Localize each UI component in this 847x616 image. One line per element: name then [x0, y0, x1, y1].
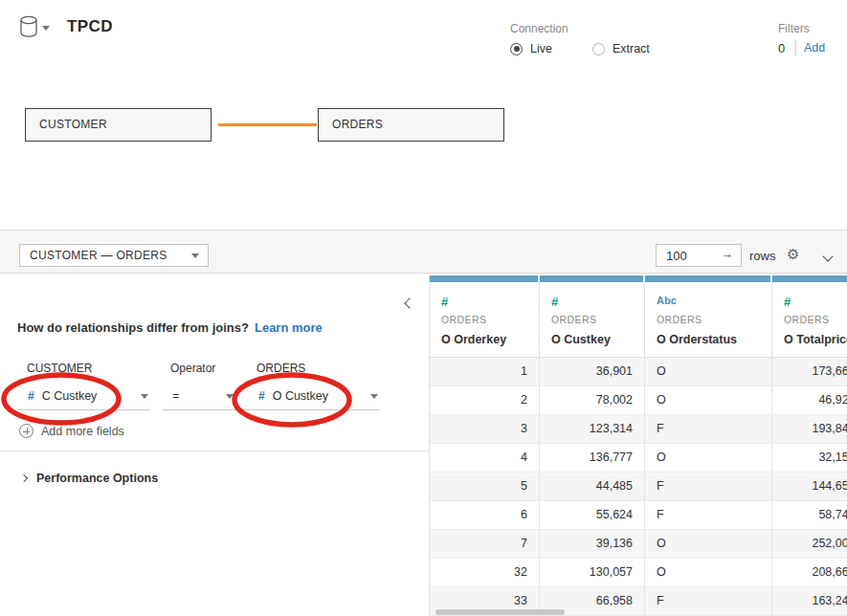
- table-cell[interactable]: 193,846.25: [772, 415, 847, 444]
- table-cell[interactable]: O: [645, 444, 772, 473]
- database-menu-caret-icon[interactable]: [42, 26, 50, 31]
- performance-options-toggle[interactable]: Performance Options: [21, 472, 158, 485]
- table-cell[interactable]: 46,929.18: [772, 386, 847, 415]
- table-cell[interactable]: O: [645, 559, 772, 587]
- table-cell[interactable]: F: [645, 415, 772, 444]
- table-cell[interactable]: O: [645, 530, 772, 559]
- table-row: 136,901O173,665.47: [430, 358, 847, 386]
- live-radio-label[interactable]: Live: [530, 42, 552, 55]
- live-radio[interactable]: [510, 43, 523, 55]
- number-type-icon[interactable]: #: [784, 295, 847, 312]
- performance-options-label: Performance Options: [36, 472, 158, 485]
- grid-column-header[interactable]: #ORDERSO Totalprice: [772, 275, 847, 357]
- column-table-name: ORDERS: [551, 314, 644, 325]
- table-cell[interactable]: 1: [430, 358, 540, 386]
- left-field-dropdown[interactable]: # C Custkey: [18, 383, 150, 410]
- table-cell[interactable]: 32: [430, 559, 540, 587]
- collapse-grid-chevron-icon[interactable]: [824, 247, 832, 264]
- learn-more-link[interactable]: Learn more: [255, 320, 323, 335]
- relationship-selector[interactable]: CUSTOMER — ORDERS: [19, 244, 209, 267]
- datasource-title[interactable]: TPCD: [67, 17, 113, 36]
- table-cell[interactable]: 136,777: [540, 444, 645, 473]
- filters-count: 0: [778, 41, 788, 55]
- table-cell[interactable]: 173,665.47: [772, 358, 847, 386]
- relationship-editor-panel: How do relationships differ from joins?L…: [0, 275, 430, 616]
- collapse-panel-chevron-icon[interactable]: [406, 294, 413, 311]
- canvas-table-customer[interactable]: CUSTOMER: [25, 108, 212, 142]
- table-cell[interactable]: O: [645, 358, 772, 386]
- relationship-fields-row: CUSTOMER # C Custkey Operator = ORDERS: [18, 362, 380, 410]
- table-cell[interactable]: 5: [430, 473, 540, 501]
- table-row: 32130,057O208,660.75: [430, 559, 847, 587]
- grid-column-header[interactable]: AbcORDERSO Orderstatus: [645, 275, 772, 357]
- grid-column-header[interactable]: #ORDERSO Custkey: [540, 275, 645, 357]
- filters-divider: [795, 40, 796, 55]
- canvas-table-orders[interactable]: ORDERS: [318, 108, 504, 142]
- table-row: 739,136O252,004.18: [430, 530, 847, 559]
- table-cell[interactable]: 58,749.59: [772, 501, 847, 530]
- table-cell[interactable]: 3: [430, 415, 540, 444]
- add-filter-link[interactable]: Add: [804, 41, 825, 55]
- column-table-name: ORDERS: [784, 314, 847, 325]
- table-cell[interactable]: 252,004.18: [772, 530, 847, 559]
- question-text: How do relationships differ from joins?: [17, 320, 249, 335]
- operator-label: Operator: [163, 362, 239, 383]
- column-header-strip[interactable]: [430, 275, 538, 282]
- table-cell[interactable]: 55,624: [540, 501, 645, 530]
- table-cell[interactable]: F: [645, 587, 772, 616]
- table-cell[interactable]: 2: [430, 386, 540, 415]
- right-table-label: ORDERS: [243, 362, 380, 383]
- table-cell[interactable]: F: [645, 501, 772, 530]
- apply-row-limit-arrow-icon[interactable]: →: [721, 247, 733, 261]
- table-cell[interactable]: F: [645, 473, 772, 501]
- table-cell[interactable]: 32,151.78: [772, 444, 847, 473]
- grid-settings-gear-icon[interactable]: ⚙: [787, 246, 799, 263]
- operator-caret-icon: [226, 394, 234, 399]
- editor-divider: [0, 451, 429, 451]
- table-cell[interactable]: 44,485: [540, 473, 645, 501]
- relationships-question: How do relationships differ from joins?L…: [17, 320, 323, 335]
- table-cell[interactable]: 39,136: [540, 530, 645, 559]
- column-header-strip[interactable]: [772, 275, 847, 282]
- grid-header-row: #ORDERSO Orderkey#ORDERSO CustkeyAbcORDE…: [430, 275, 847, 357]
- table-row: 655,624F58,749.59: [430, 501, 847, 530]
- grid-body: 136,901O173,665.47278,002O46,929.183123,…: [430, 357, 847, 616]
- grid-toolbar: CUSTOMER — ORDERS → rows ⚙: [0, 230, 847, 274]
- table-cell[interactable]: O: [645, 386, 772, 415]
- table-cell[interactable]: 36,901: [540, 358, 645, 386]
- table-cell[interactable]: 144,659.20: [772, 473, 847, 501]
- filters-label: Filters: [778, 22, 825, 35]
- table-cell[interactable]: 130,057: [540, 559, 645, 587]
- table-cell[interactable]: 163,243.98: [772, 587, 847, 616]
- add-more-fields-button[interactable]: Add more fields: [19, 424, 124, 438]
- column-header-strip[interactable]: [645, 275, 770, 282]
- number-type-icon[interactable]: #: [551, 295, 644, 312]
- relationship-selector-label: CUSTOMER — ORDERS: [30, 249, 167, 262]
- table-cell[interactable]: 4: [430, 444, 540, 473]
- column-field-name: O Custkey: [551, 333, 644, 346]
- column-header-strip[interactable]: [540, 275, 643, 282]
- horizontal-scrollbar-thumb[interactable]: [435, 609, 565, 615]
- extract-radio[interactable]: [592, 43, 605, 55]
- right-field-dropdown[interactable]: # O Custkey: [243, 383, 380, 410]
- table-cell[interactable]: 208,660.75: [772, 559, 847, 587]
- table-cell[interactable]: 7: [430, 530, 540, 559]
- column-table-name: ORDERS: [441, 314, 539, 325]
- number-type-icon: #: [258, 389, 265, 403]
- datasource-header: TPCD: [19, 15, 113, 38]
- left-table-label: CUSTOMER: [18, 362, 150, 383]
- left-field-caret-icon: [141, 394, 148, 399]
- table-cell[interactable]: 78,002: [540, 386, 645, 415]
- table-cell[interactable]: 6: [430, 501, 540, 530]
- database-icon[interactable]: [19, 15, 38, 38]
- extract-radio-label[interactable]: Extract: [613, 42, 650, 55]
- text-type-icon[interactable]: Abc: [657, 295, 771, 312]
- table-cell[interactable]: 123,314: [540, 415, 645, 444]
- operator-dropdown[interactable]: =: [163, 383, 239, 410]
- grid-column-header[interactable]: #ORDERSO Orderkey: [430, 275, 540, 357]
- relationship-noodle[interactable]: [218, 123, 317, 126]
- connection-label: Connection: [510, 22, 650, 35]
- number-type-icon[interactable]: #: [441, 295, 539, 312]
- row-limit-input[interactable]: [657, 245, 720, 266]
- add-circle-icon: [19, 424, 33, 438]
